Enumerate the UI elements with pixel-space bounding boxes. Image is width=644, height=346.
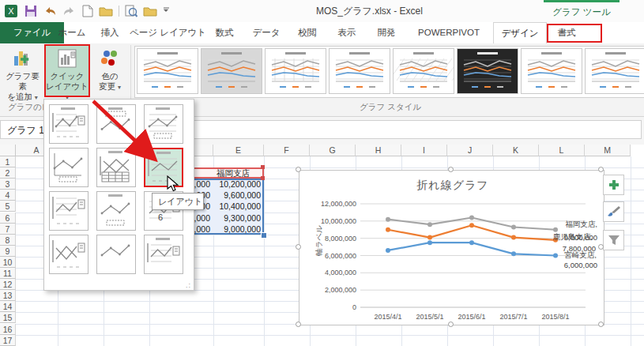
change-colors-icon <box>100 48 120 69</box>
quick-layout-option-7[interactable] <box>49 191 89 231</box>
tab-開発[interactable]: 開発 <box>368 22 405 43</box>
chart-styles-button[interactable] <box>603 201 624 222</box>
row-header-1[interactable]: 1 <box>0 156 16 167</box>
cell-E7[interactable]: 9,000,000 <box>213 224 264 235</box>
chart-style-gallery <box>134 46 644 98</box>
column-header-K[interactable]: K <box>493 145 539 156</box>
gridline-vertical <box>264 156 265 346</box>
row-header-13[interactable]: 13 <box>0 290 16 301</box>
column-header-F[interactable]: F <box>264 145 310 156</box>
layout-thumbnail-art <box>145 235 181 272</box>
select-all-corner[interactable] <box>0 145 16 156</box>
cell-E5[interactable]: 10,400,000 <box>213 201 264 212</box>
row-header-8[interactable]: 8 <box>0 235 16 246</box>
tab-数式[interactable]: 数式 <box>205 22 243 43</box>
chart-style-thumbnail-1[interactable] <box>137 48 198 94</box>
add-chart-element-button[interactable]: グラフ要素 を追加 ▾ <box>2 44 43 96</box>
tab-データ[interactable]: データ <box>247 22 286 43</box>
quick-layout-option-4[interactable] <box>49 148 89 187</box>
open-folder-icon[interactable] <box>99 5 113 17</box>
column-header-I[interactable]: I <box>401 145 447 156</box>
row-header-14[interactable]: 14 <box>0 301 16 312</box>
new-document-icon[interactable] <box>82 5 93 17</box>
chart-selection-handle[interactable] <box>296 322 301 327</box>
chart-selection-handle[interactable] <box>296 167 301 172</box>
chart-style-thumbnail-5[interactable] <box>393 48 454 94</box>
series-end-label: 9,000,000 <box>564 233 597 242</box>
menu-resize-grip[interactable]: .: <box>186 281 191 289</box>
layout-thumbnail-art <box>50 235 86 272</box>
cell-E4[interactable]: 9,600,000 <box>213 190 264 201</box>
undo-icon[interactable] <box>43 5 57 17</box>
column-header-M[interactable]: M <box>585 145 631 156</box>
row-header-5[interactable]: 5 <box>0 201 16 212</box>
chart-selection-handle[interactable] <box>598 244 604 250</box>
formula-input[interactable] <box>120 120 642 139</box>
chart-filters-button[interactable] <box>603 230 624 250</box>
x-axis-tick-label: 2015/7/1 <box>490 313 537 321</box>
row-header-4[interactable]: 4 <box>0 190 16 201</box>
print-preview-icon[interactable] <box>125 5 137 17</box>
row-header-2[interactable]: 2 <box>0 167 16 179</box>
chart-selection-handle[interactable] <box>448 167 454 172</box>
svg-text:X: X <box>8 6 14 16</box>
quick-layout-option-12[interactable] <box>144 235 183 274</box>
style-thumbnail-art <box>137 49 198 92</box>
row-header-3[interactable]: 3 <box>0 179 16 190</box>
style-thumbnail-art <box>458 49 518 92</box>
chart-style-thumbnail-2[interactable] <box>201 48 262 94</box>
column-header-H[interactable]: H <box>356 145 401 156</box>
row-header-9[interactable]: 9 <box>0 246 16 257</box>
quick-access-toolbar: X <box>5 3 171 19</box>
row-header-17[interactable]: 17 <box>0 335 16 346</box>
row-header-6[interactable]: 6 <box>0 212 16 224</box>
column-header-E[interactable]: E <box>213 145 264 156</box>
cell-E6[interactable]: 9,300,000 <box>213 212 264 224</box>
chart-object[interactable]: 折れ線グラフ 軸ラベル 02,000,0004,000,0006,000,000… <box>299 170 604 325</box>
quick-layout-option-11[interactable] <box>96 235 136 274</box>
quick-layout-option-10[interactable] <box>49 235 89 274</box>
quick-layout-option-1[interactable] <box>49 104 89 144</box>
tab-表示[interactable]: 表示 <box>329 22 365 43</box>
row-header-10[interactable]: 10 <box>0 257 16 268</box>
row-header-15[interactable]: 15 <box>0 312 16 323</box>
chart-style-thumbnail-6[interactable] <box>457 48 518 94</box>
tab-挿入[interactable]: 挿入 <box>93 22 126 43</box>
column-header-J[interactable]: J <box>447 145 493 156</box>
row-header-11[interactable]: 11 <box>0 268 16 279</box>
folder-icon[interactable] <box>143 5 157 17</box>
cell-E3[interactable]: 10,200,000 <box>213 179 264 190</box>
gridline-horizontal <box>16 335 644 336</box>
chart-selection-handle[interactable] <box>598 167 604 172</box>
chart-selection-handle[interactable] <box>448 322 454 327</box>
chart-style-thumbnail-4[interactable] <box>329 48 390 94</box>
row-header-7[interactable]: 7 <box>0 224 16 235</box>
style-thumbnail-art <box>266 49 326 92</box>
chart-selection-handle[interactable] <box>598 322 604 327</box>
column-header-L[interactable]: L <box>539 145 585 156</box>
chart-style-thumbnail-3[interactable] <box>265 48 326 94</box>
tab-デザイン[interactable]: デザイン <box>493 22 547 44</box>
column-header-G[interactable]: G <box>310 145 356 156</box>
layout-thumbnail-art <box>97 235 134 272</box>
chart-style-thumbnail-8[interactable] <box>585 48 644 94</box>
chart-elements-button[interactable] <box>603 175 624 195</box>
chart-style-thumbnail-7[interactable] <box>521 48 582 94</box>
tab-ページ レイアウト[interactable]: ページ レイアウト <box>130 22 202 43</box>
row-header-16[interactable]: 16 <box>0 324 16 335</box>
tab-powerpivot[interactable]: POWERPIVOT <box>408 22 490 43</box>
button-label: 色の <box>92 71 128 81</box>
cell-E2[interactable]: 福岡支店 <box>213 167 264 179</box>
redo-icon[interactable] <box>62 5 77 17</box>
chart-plot-area <box>299 171 604 325</box>
save-icon[interactable] <box>24 5 37 17</box>
quick-layout-option-8[interactable] <box>96 191 136 231</box>
paintbrush-icon <box>607 205 621 218</box>
change-colors-button[interactable]: 色の 変更 ▾ <box>92 44 128 96</box>
tab-ホーム[interactable]: ホーム <box>54 22 90 43</box>
y-axis-tick-label: 8,000,000 <box>301 235 356 243</box>
row-header-12[interactable]: 12 <box>0 279 16 290</box>
tab-校閲[interactable]: 校閲 <box>289 22 326 43</box>
chart-selection-handle[interactable] <box>296 244 301 250</box>
customize-qat-icon[interactable] <box>163 5 171 17</box>
